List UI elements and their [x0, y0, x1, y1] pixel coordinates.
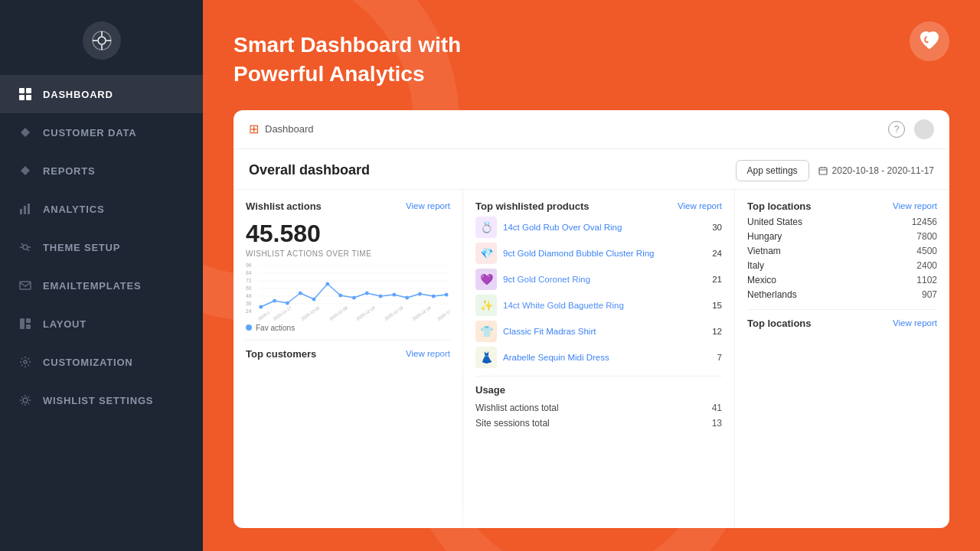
wishlist-chart: 96 84 72 60 48 36 24	[246, 261, 450, 322]
product-thumb: 💎	[475, 243, 497, 264]
usage-value: 13	[712, 418, 722, 429]
dashboard-grid: Wishlist actions View report 45.580 WISH…	[234, 189, 949, 528]
analytics-icon	[18, 202, 32, 216]
top-locations-view-report[interactable]: View report	[893, 201, 937, 210]
wishlist-view-report[interactable]: View report	[406, 201, 450, 210]
list-item: 💍 14ct Gold Rub Over Oval Ring 30	[475, 217, 722, 238]
header-logo	[910, 21, 949, 64]
svg-text:2020-12-08: 2020-12-08	[328, 305, 348, 321]
list-item: 👗 Arabelle Sequin Midi Dress 7	[475, 347, 722, 368]
product-count: 24	[712, 249, 722, 258]
date-range: 2020-10-18 - 2020-11-17	[818, 165, 934, 176]
sidebar-item-reports[interactable]: REPORTS	[0, 152, 203, 190]
svg-point-47	[299, 291, 302, 295]
svg-text:2020-12-13: 2020-12-13	[356, 305, 376, 321]
product-name: 14ct Gold Rub Over Oval Ring	[503, 223, 706, 232]
sidebar-item-theme-setup[interactable]: THEME SETUP	[0, 228, 203, 266]
dashboard-top-bar: Overall dashboard App settings 2020-10-1…	[234, 149, 949, 189]
svg-text:2020-12-18: 2020-12-18	[412, 305, 432, 321]
sidebar-item-layout[interactable]: LAYOUT	[0, 305, 203, 343]
svg-line-19	[28, 249, 30, 252]
sidebar-item-label: DASHBOARD	[43, 89, 113, 100]
dashboard-body: Overall dashboard App settings 2020-10-1…	[234, 149, 949, 528]
list-item: Mexico 1102	[747, 275, 937, 285]
top-customers-title: Top customers	[246, 348, 316, 360]
svg-text:2020-12-18: 2020-12-18	[384, 305, 403, 321]
svg-point-57	[432, 294, 436, 298]
location-count: 7800	[916, 231, 937, 242]
svg-point-45	[273, 298, 276, 302]
product-name: 9ct Gold Diamond Bubble Cluster Ring	[503, 249, 706, 258]
top-locations-2-header: Top locations View report	[747, 318, 937, 329]
svg-point-49	[325, 282, 329, 285]
list-item: Vietnam 4500	[747, 246, 937, 256]
top-wishlisted-header: Top wishlisted products View report	[475, 201, 722, 212]
location-name: Italy	[747, 260, 764, 271]
sidebar-nav: DASHBOARD CUSTOMER DATA REPORTS	[0, 75, 203, 551]
svg-point-51	[352, 295, 356, 299]
layout-icon	[18, 317, 32, 331]
sidebar-item-label: CUSTOMER DATA	[43, 127, 136, 139]
svg-point-44	[259, 305, 263, 308]
svg-point-1	[98, 37, 106, 44]
app-settings-button[interactable]: App settings	[736, 160, 809, 181]
overall-title: Overall dashboard	[249, 162, 370, 178]
location-name: Vietnam	[747, 246, 781, 256]
svg-text:60: 60	[246, 285, 252, 291]
list-item: 💜 9ct Gold Coronet Ring 21	[475, 269, 722, 290]
usage-label: Site sessions total	[475, 418, 550, 429]
svg-marker-11	[21, 166, 30, 175]
wishlist-settings-icon	[18, 393, 32, 407]
col-locations: Top locations View report United States …	[735, 190, 949, 528]
usage-title: Usage	[475, 384, 505, 396]
theme-setup-icon	[18, 240, 32, 254]
chart-label: WISHLIST ACTIONS OVER TIME	[246, 249, 450, 258]
usage-row: Site sessions total 13	[475, 416, 722, 431]
top-wishlisted-view-report[interactable]: View report	[678, 201, 722, 210]
sidebar-item-email-templates[interactable]: EMAILTEMPLATES	[0, 266, 203, 305]
svg-point-48	[312, 297, 316, 301]
svg-rect-8	[19, 95, 24, 100]
usage-label: Wishlist actions total	[475, 403, 559, 413]
usage-section: Usage Wishlist actions total 41 Site ses…	[475, 376, 722, 431]
product-thumb: 👕	[475, 321, 497, 342]
location-name: Netherlands	[747, 289, 797, 300]
list-item: United States 12456	[747, 217, 937, 227]
top-locations-header: Top locations View report	[747, 201, 937, 212]
svg-point-17	[23, 245, 28, 249]
sidebar-logo	[0, 0, 203, 75]
svg-rect-12	[20, 209, 22, 214]
top-locations-2-view-report[interactable]: View report	[893, 318, 937, 328]
svg-text:2020-12-02: 2020-12-02	[300, 305, 320, 321]
location-list: United States 12456 Hungary 7800 Vietnam…	[747, 217, 937, 300]
svg-line-18	[21, 243, 24, 246]
sidebar: DASHBOARD CUSTOMER DATA REPORTS	[0, 0, 203, 551]
location-name: United States	[747, 217, 802, 227]
svg-point-55	[405, 295, 409, 299]
sidebar-item-analytics[interactable]: ANALYTICS	[0, 190, 203, 228]
svg-text:72: 72	[246, 278, 252, 283]
help-button[interactable]: ?	[888, 121, 905, 138]
product-count: 15	[712, 301, 722, 310]
list-item: 👕 Classic Fit Madras Shirt 12	[475, 321, 722, 342]
location-count: 1102	[916, 275, 937, 285]
avatar[interactable]	[914, 119, 934, 139]
top-bar-right: App settings 2020-10-18 - 2020-11-17	[736, 160, 934, 181]
sidebar-item-customer-data[interactable]: CUSTOMER DATA	[0, 113, 203, 152]
sidebar-item-customization[interactable]: CUSTOMIZATION	[0, 343, 203, 381]
sidebar-item-wishlist-settings[interactable]: WISHLIST SETTINGS	[0, 381, 203, 419]
location-count: 4500	[916, 246, 937, 256]
svg-point-52	[365, 291, 369, 295]
svg-text:2020-11-17: 2020-11-17	[273, 305, 292, 321]
product-count: 30	[712, 223, 722, 232]
svg-point-53	[379, 294, 383, 298]
customization-icon	[18, 355, 32, 369]
location-count: 2400	[916, 260, 937, 271]
product-name: Classic Fit Madras Shirt	[503, 327, 706, 336]
svg-point-25	[23, 398, 28, 403]
svg-rect-9	[26, 95, 31, 100]
email-templates-icon	[18, 279, 32, 292]
top-customers-view-report[interactable]: View report	[406, 349, 450, 358]
svg-point-54	[392, 292, 396, 296]
sidebar-item-dashboard[interactable]: DASHBOARD	[0, 75, 203, 113]
